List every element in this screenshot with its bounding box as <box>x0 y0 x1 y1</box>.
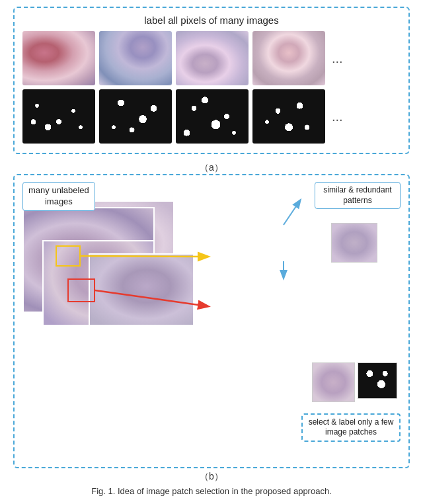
yellow-selection-box <box>56 245 81 267</box>
red-selection-box <box>67 278 95 302</box>
mask-image-row: ... <box>22 89 401 144</box>
select-label-box: select & label only a few image patches <box>301 413 401 442</box>
row-dots-2: ... <box>332 109 343 124</box>
section-b: many unlabeled images <box>13 174 410 468</box>
svg-line-2 <box>284 200 300 225</box>
footer-text: Fig. 1. Idea of image patch selection in… <box>91 485 332 497</box>
section-b-caption: （b） <box>200 471 223 483</box>
mask-image-4 <box>252 89 325 144</box>
mask-image-2 <box>99 89 172 144</box>
select-patch-2 <box>358 362 397 399</box>
select-patch-1 <box>312 362 355 402</box>
mask-image-1 <box>22 89 95 144</box>
section-b-inner: many unlabeled images <box>22 182 401 462</box>
section-a-caption: （a） <box>200 162 223 174</box>
section-b-right: similar & redundant patterns <box>214 182 401 462</box>
hist-image-1 <box>22 31 95 85</box>
hist-image-4 <box>252 31 325 85</box>
mask-image-3 <box>176 89 249 144</box>
similar-label: similar & redundant patterns <box>315 182 401 209</box>
similar-patch <box>331 223 377 263</box>
section-a: label all pixels of many images ... <box>13 7 410 154</box>
large-hist-4 <box>89 253 194 326</box>
section-a-label: label all pixels of many images <box>22 15 401 26</box>
row-dots-1: ... <box>332 51 343 66</box>
histology-image-row: ... <box>22 31 401 85</box>
select-patches-container <box>312 362 397 402</box>
main-container: label all pixels of many images ... <box>0 0 423 504</box>
unlabeled-label: many unlabeled images <box>22 182 95 211</box>
hist-image-2 <box>99 31 172 85</box>
large-hist-container <box>22 200 208 333</box>
section-b-left: many unlabeled images <box>22 182 214 462</box>
hist-image-3 <box>176 31 249 85</box>
